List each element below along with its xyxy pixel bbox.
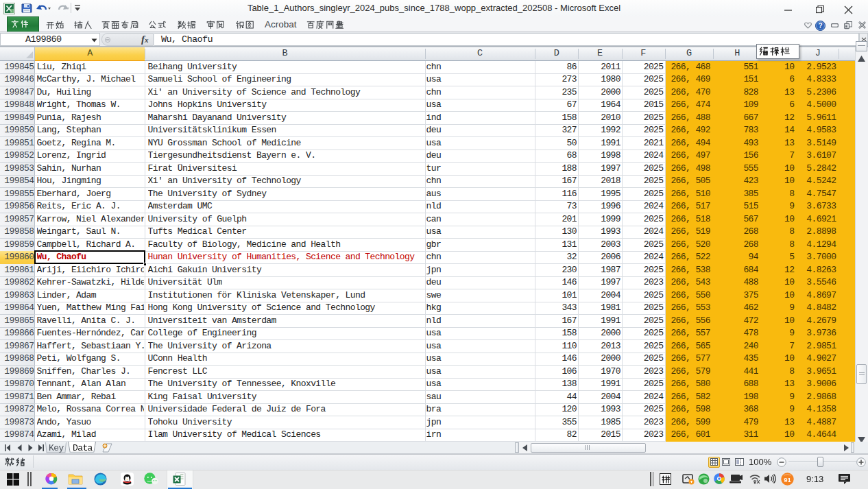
svg-text:91: 91 xyxy=(784,476,791,484)
svg-text:?: ? xyxy=(818,22,822,29)
